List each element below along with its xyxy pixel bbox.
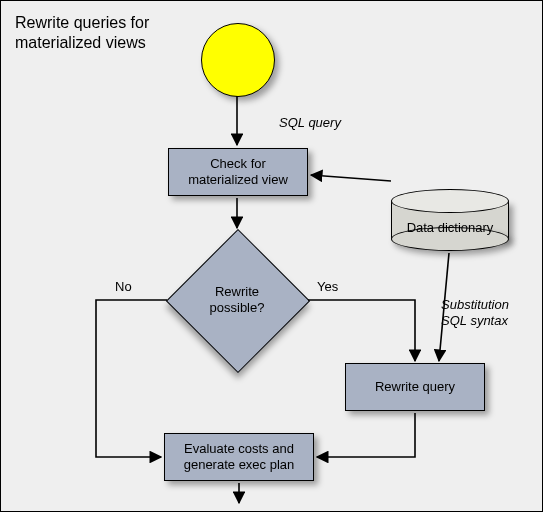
diagram-frame: Rewrite queries formaterialized views Ch… bbox=[0, 0, 543, 512]
sql-query-label: SQL query bbox=[279, 115, 341, 131]
rewrite-box: Rewrite query bbox=[345, 363, 485, 411]
start-node bbox=[201, 23, 275, 97]
evaluate-box: Evaluate costs andgenerate exec plan bbox=[164, 433, 314, 481]
check-box: Check formaterialized view bbox=[168, 148, 308, 196]
svg-line-2 bbox=[311, 175, 391, 181]
evaluate-label: Evaluate costs andgenerate exec plan bbox=[184, 441, 295, 474]
check-label: Check formaterialized view bbox=[188, 156, 288, 189]
edge-no-label: No bbox=[115, 279, 132, 295]
dict-label: Data dictionary bbox=[391, 203, 509, 251]
edge-yes-label: Yes bbox=[317, 279, 338, 295]
diagram-title: Rewrite queries formaterialized views bbox=[15, 13, 149, 53]
rewrite-label: Rewrite query bbox=[375, 379, 455, 395]
data-dictionary: Data dictionary bbox=[391, 189, 509, 251]
substitution-label: SubstitutionSQL syntax bbox=[441, 297, 509, 330]
decision-label: Rewritepossible? bbox=[187, 250, 287, 350]
decision-node: Rewritepossible? bbox=[187, 250, 287, 350]
